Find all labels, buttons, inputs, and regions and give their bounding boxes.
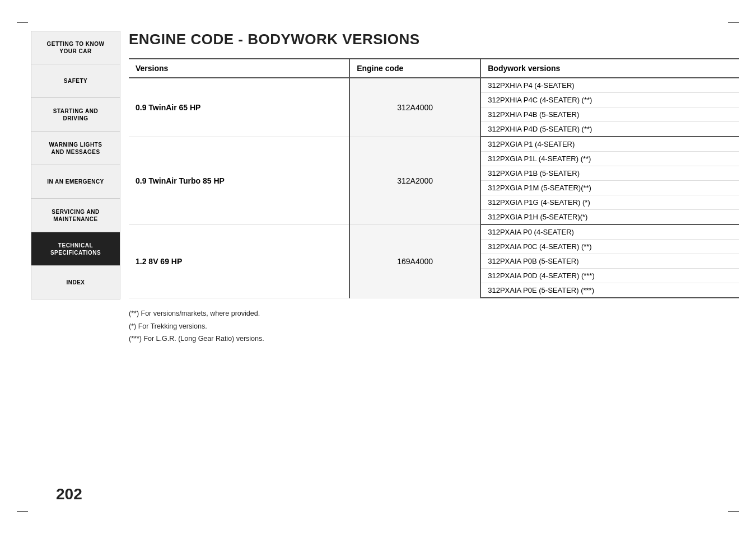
corner-decoration-top-right	[728, 22, 739, 23]
sidebar-item-technical[interactable]: TECHNICAL SPECIFICATIONS	[31, 232, 120, 266]
sidebar-item-label-warning-lights: WARNING LIGHTS AND MESSAGES	[49, 141, 102, 156]
sidebar-item-getting-to-know[interactable]: GETTING TO KNOW YOUR CAR	[31, 31, 120, 64]
sidebar-item-emergency[interactable]: IN AN EMERGENCY	[31, 165, 120, 199]
col-header-bodywork: Bodywork versions	[480, 59, 739, 78]
version-cell-1: 0.9 TwinAir Turbo 85 HP	[129, 137, 349, 224]
footnote: (***) For L.G.R. (Long Gear Ratio) versi…	[129, 332, 739, 345]
engine-cell-2: 169A4000	[349, 224, 480, 298]
table-row: 1.2 8V 69 HP169A4000312PXAIA P0 (4-SEATE…	[129, 224, 739, 240]
col-header-versions: Versions	[129, 59, 349, 78]
bodywork-cell: 312PXGIA P1H (5-SEATER)(*)	[480, 210, 739, 225]
bodywork-cell: 312PXGIA P1 (4-SEATER)	[480, 137, 739, 152]
bodywork-cell: 312PXHIA P4C (4-SEATER) (**)	[480, 93, 739, 107]
sidebar-item-label-safety: SAFETY	[64, 77, 87, 85]
footnote: (**) For versions/markets, where provide…	[129, 307, 739, 320]
version-cell-0: 0.9 TwinAir 65 HP	[129, 78, 349, 137]
bodywork-cell: 312PXHIA P4D (5-SEATER) (**)	[480, 122, 739, 137]
bodywork-cell: 312PXAIA P0 (4-SEATER)	[480, 224, 739, 240]
page-title: ENGINE CODE - BODYWORK VERSIONS	[129, 31, 739, 48]
col-header-engine: Engine code	[349, 59, 480, 78]
version-cell-2: 1.2 8V 69 HP	[129, 224, 349, 298]
sidebar-item-servicing[interactable]: SERVICING AND MAINTENANCE	[31, 199, 120, 232]
main-content: ENGINE CODE - BODYWORK VERSIONS Versions…	[129, 31, 739, 503]
sidebar: GETTING TO KNOW YOUR CARSAFETYSTARTING A…	[31, 31, 120, 299]
sidebar-item-label-index: INDEX	[66, 279, 85, 286]
bodywork-cell: 312PXHIA P4 (4-SEATER)	[480, 78, 739, 93]
engine-cell-1: 312A2000	[349, 137, 480, 224]
sidebar-item-label-emergency: IN AN EMERGENCY	[47, 178, 104, 185]
bodywork-cell: 312PXHIA P4B (5-SEATER)	[480, 107, 739, 122]
footnotes: (**) For versions/markets, where provide…	[129, 307, 739, 345]
sidebar-item-warning-lights[interactable]: WARNING LIGHTS AND MESSAGES	[31, 132, 120, 165]
engine-cell-0: 312A4000	[349, 78, 480, 137]
sidebar-item-label-servicing: SERVICING AND MAINTENANCE	[52, 208, 99, 223]
footnote: (*) For Trekking versions.	[129, 320, 739, 333]
corner-decoration-bottom-left	[17, 511, 28, 512]
page-number: 202	[56, 485, 82, 503]
bodywork-cell: 312PXAIA P0D (4-SEATER) (***)	[480, 269, 739, 283]
bodywork-cell: 312PXGIA P1L (4-SEATER) (**)	[480, 152, 739, 166]
table-header-row: Versions Engine code Bodywork versions	[129, 59, 739, 78]
table-body: 0.9 TwinAir 65 HP312A4000312PXHIA P4 (4-…	[129, 78, 739, 298]
bodywork-cell: 312PXGIA P1G (4-SEATER) (*)	[480, 195, 739, 210]
bodywork-cell: 312PXGIA P1B (5-SEATER)	[480, 166, 739, 181]
bodywork-cell: 312PXAIA P0B (5-SEATER)	[480, 254, 739, 269]
sidebar-item-label-technical: TECHNICAL SPECIFICATIONS	[50, 242, 101, 256]
corner-decoration-bottom-right	[728, 511, 739, 512]
table-row: 0.9 TwinAir Turbo 85 HP312A2000312PXGIA …	[129, 137, 739, 152]
sidebar-item-index[interactable]: INDEX	[31, 266, 120, 299]
spec-table: Versions Engine code Bodywork versions 0…	[129, 58, 739, 298]
table-row: 0.9 TwinAir 65 HP312A4000312PXHIA P4 (4-…	[129, 78, 739, 93]
sidebar-item-label-getting-to-know: GETTING TO KNOW YOUR CAR	[47, 40, 105, 55]
bodywork-cell: 312PXAIA P0C (4-SEATER) (**)	[480, 240, 739, 254]
bodywork-cell: 312PXAIA P0E (5-SEATER) (***)	[480, 283, 739, 298]
sidebar-item-label-starting-driving: STARTING AND DRIVING	[53, 107, 98, 122]
sidebar-item-starting-driving[interactable]: STARTING AND DRIVING	[31, 98, 120, 132]
sidebar-item-safety[interactable]: SAFETY	[31, 64, 120, 98]
corner-decoration-top-left	[17, 22, 28, 23]
bodywork-cell: 312PXGIA P1M (5-SEATER)(**)	[480, 181, 739, 195]
